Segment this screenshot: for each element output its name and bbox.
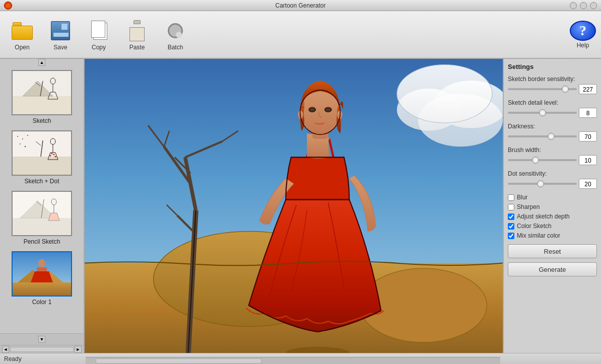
darkness-slider-row: 70	[508, 131, 597, 141]
sketch-border-track[interactable]	[508, 88, 577, 90]
pencil-sketch-preview	[12, 191, 72, 236]
svg-point-75	[310, 108, 315, 111]
help-label: Help	[577, 42, 589, 49]
help-icon: ?	[570, 21, 596, 41]
sketch-border-slider-row: 227	[508, 84, 597, 94]
reset-button[interactable]: Reset	[508, 244, 597, 258]
brush-width-slider-row: 10	[508, 155, 597, 165]
brush-width-track[interactable]	[508, 159, 577, 161]
sketch-border-value[interactable]: 227	[579, 84, 597, 94]
dot-sensitivity-track[interactable]	[508, 183, 577, 185]
scroll-right-arrow[interactable]: ►	[75, 346, 82, 353]
thumbnail-sketch-dot[interactable]: Sketch + Dot	[4, 130, 80, 187]
darkness-thumb[interactable]	[548, 133, 555, 140]
minimize-button[interactable]	[570, 2, 577, 9]
svg-point-22	[50, 155, 51, 157]
save-button[interactable]: Save	[42, 15, 79, 55]
svg-point-23	[55, 156, 56, 158]
svg-point-11	[22, 138, 23, 139]
generate-button[interactable]: Generate	[508, 262, 597, 276]
adjust-sketch-checkbox[interactable]	[508, 213, 514, 220]
thumbnail-list: Sketch	[0, 66, 84, 333]
paste-icon	[125, 19, 149, 43]
svg-point-43	[418, 94, 503, 147]
close-button[interactable]	[590, 2, 597, 9]
main-area: ▲	[0, 59, 601, 353]
svg-rect-37	[37, 267, 47, 271]
batch-icon	[163, 19, 187, 43]
app-icon	[4, 2, 12, 10]
sketch-dot-preview	[12, 130, 72, 176]
dot-sensitivity-value[interactable]: 20	[579, 179, 597, 189]
sharpen-label: Sharpen	[517, 203, 540, 210]
svg-rect-1	[13, 96, 71, 114]
darkness-label: Darkness:	[508, 123, 597, 130]
sketch-detail-setting: Sketch detail level: 8	[508, 99, 597, 118]
help-button[interactable]: ? Help	[569, 21, 597, 49]
sketch-preview	[12, 70, 72, 115]
adjust-sketch-label: Adjust sketch depth	[517, 213, 570, 220]
copy-label: Copy	[92, 44, 106, 51]
save-icon	[48, 19, 73, 43]
svg-point-14	[25, 146, 26, 147]
paste-button[interactable]: Paste	[119, 15, 155, 55]
blur-checkbox[interactable]	[508, 194, 514, 201]
mix-similar-checkbox[interactable]	[508, 233, 514, 239]
mix-similar-checkbox-row: Mix similar color	[508, 232, 597, 239]
darkness-value[interactable]: 70	[579, 131, 597, 141]
sharpen-checkbox-row: Sharpen	[508, 203, 597, 210]
canvas-horizontal-scrollbar[interactable]	[86, 357, 500, 364]
status-bar: Ready	[0, 353, 601, 364]
sketch-detail-label: Sketch detail level:	[508, 99, 597, 106]
svg-rect-25	[13, 218, 71, 235]
batch-button[interactable]: Batch	[157, 15, 193, 55]
status-text: Ready	[4, 355, 22, 362]
window-title: Cartoon Generator	[275, 2, 325, 9]
dot-sensitivity-thumb[interactable]	[537, 180, 544, 187]
sketch-detail-value[interactable]: 8	[579, 108, 597, 118]
sketch-border-thumb[interactable]	[562, 86, 569, 93]
brush-width-value[interactable]: 10	[579, 155, 597, 165]
color-sketch-checkbox[interactable]	[508, 223, 514, 230]
sketch-detail-track[interactable]	[508, 112, 577, 114]
copy-icon	[87, 19, 111, 43]
scroll-down-arrow[interactable]: ▼	[38, 336, 45, 343]
thumbnail-pencil-sketch[interactable]: Pencil Sketch	[4, 191, 80, 247]
blur-label: Blur	[517, 194, 527, 201]
dot-sensitivity-slider-row: 20	[508, 179, 597, 189]
scroll-left-arrow[interactable]: ◄	[2, 346, 9, 353]
adjust-sketch-checkbox-row: Adjust sketch depth	[508, 213, 597, 220]
thumbnail-color1[interactable]: Color 1	[4, 251, 80, 308]
checkboxes-group: Blur Sharpen Adjust sketch depth Color S…	[508, 194, 597, 239]
thumb-horizontal-scrollbar[interactable]: ◄ ►	[0, 345, 84, 353]
open-button[interactable]: Open	[4, 15, 40, 55]
svg-point-20	[51, 153, 53, 155]
settings-title: Settings	[508, 63, 597, 70]
maximize-button[interactable]	[580, 2, 587, 9]
main-canvas	[85, 59, 503, 353]
settings-panel: Settings Sketch border sensitivity: 227 …	[503, 59, 601, 353]
dot-sensitivity-label: Dot sensitivity:	[508, 170, 597, 177]
color1-preview	[12, 251, 72, 297]
color1-label: Color 1	[32, 299, 52, 306]
thumbnail-sketch[interactable]: Sketch	[4, 70, 80, 126]
sketch-detail-slider-row: 8	[508, 108, 597, 118]
canvas-area	[85, 59, 503, 353]
window-controls	[570, 2, 597, 9]
mix-similar-label: Mix similar color	[517, 232, 560, 239]
batch-label: Batch	[168, 44, 183, 51]
svg-point-10	[17, 136, 18, 137]
scroll-up-arrow[interactable]: ▲	[38, 59, 45, 66]
brush-width-thumb[interactable]	[532, 157, 539, 164]
darkness-track[interactable]	[508, 135, 577, 137]
svg-point-21	[53, 154, 55, 156]
save-label: Save	[53, 44, 67, 51]
copy-button[interactable]: Copy	[81, 15, 117, 55]
title-bar: Cartoon Generator	[0, 0, 601, 11]
toolbar: Open Save Copy Paste	[0, 11, 601, 59]
sketch-border-label: Sketch border sensitivity:	[508, 76, 597, 83]
svg-point-13	[20, 143, 21, 144]
sharpen-checkbox[interactable]	[508, 204, 514, 210]
color-sketch-checkbox-row: Color Sketch	[508, 223, 597, 230]
sketch-detail-thumb[interactable]	[539, 109, 546, 116]
